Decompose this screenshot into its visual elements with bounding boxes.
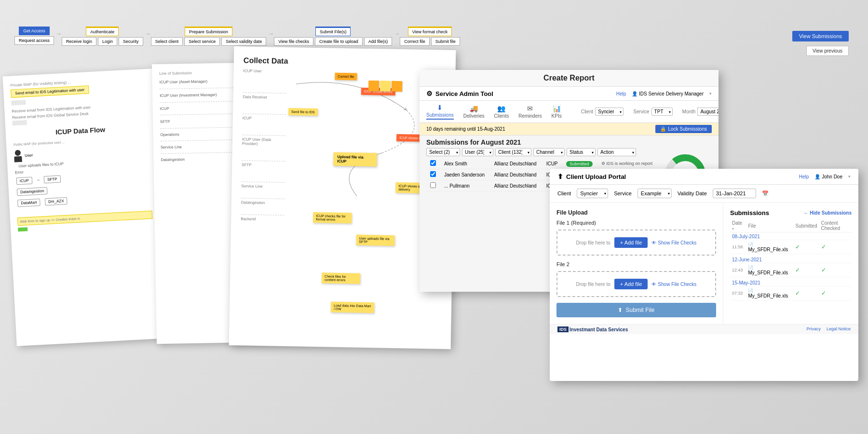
deliveries-icon: 🚚 [470,105,478,112]
client-select-wrapper[interactable]: Syncier [595,108,624,116]
add-file1-button[interactable]: + Add file [614,237,648,248]
row1-status-badge: Submitted [566,161,593,167]
step4-sub1: View file checks [274,37,313,46]
sub-row: 15-May-2021 [730,277,852,286]
process-step-2: Authenticate Receive login Login Securit… [62,27,143,47]
view-submissions-button[interactable]: View Submissions [792,31,849,41]
sat-nav-submissions[interactable]: ⬇ Submissions [426,104,454,120]
status-filter[interactable]: Status [567,148,596,156]
row1-checkbox[interactable] [430,160,436,166]
file1-drop-zone[interactable]: Drop file here to + Add file 👁 Show File… [556,230,716,256]
lane-service: Service Line [241,181,285,189]
client-filter-label: Client [581,109,594,114]
sat-help-link[interactable]: Help [616,91,626,96]
web-form-note: Web form to sign up => Creates ticket in [17,211,153,226]
row3-client: Allianz Deutschland [490,180,542,191]
lane-backend: Backend [241,214,284,222]
row3-user: ... Pullmann [440,180,490,191]
select-filter[interactable]: Select (2) [426,148,460,156]
user-filter[interactable]: User (25) [462,148,493,156]
service-select-wrapper[interactable]: TPT [651,108,673,116]
sub-date-group-2: 12-June-2021 [730,254,852,263]
view-previous-button[interactable]: View previous [806,46,849,56]
submit-file-button[interactable]: ⬆ Submit File [556,303,716,317]
row2-checkbox-cell[interactable] [426,169,440,180]
client-table-filter-wrapper[interactable]: Client (132) [495,148,531,156]
dataingest-node: DataIngestion [17,187,48,196]
file2-label: File 2 [556,261,716,267]
select-filter-wrapper[interactable]: Select (2) [426,148,460,156]
row1-client: Allianz Deutschland [490,158,542,169]
sat-nav-reminders-label: Reminders [518,113,542,119]
mid-role-5-label: Operations [160,132,218,137]
step5-main: View format check [408,27,452,36]
channel-filter-wrapper[interactable]: Channel [533,148,565,156]
file1-label: File 1 (Required) [556,220,716,226]
row1-action-btn[interactable]: ⚙ IDS is working on report [601,161,652,166]
sub-col-date[interactable]: Date ▾ [730,219,746,232]
cup-header-right: Help 👤 John Doe ▾ [799,174,851,179]
action-filter[interactable]: Action [597,148,636,156]
client-select[interactable]: Syncier [595,108,624,116]
mid-role-4-label: SFTP [160,119,218,124]
sticky-correct-file: Correct file [335,73,357,81]
sat-nav-reminders[interactable]: ✉ Reminders [518,105,542,119]
cup-service-select[interactable]: Example [637,189,672,198]
legal-link[interactable]: Legal Notice [827,326,851,332]
lane-icup-user: ICUP User [243,68,286,74]
sat-nav-deliveries[interactable]: 🚚 Deliveries [463,105,485,119]
cup-service-select-wrapper[interactable]: Example [637,189,672,198]
remaining-text: 10 days remaining until 15-Aug-2021 [426,126,505,132]
validity-calendar-icon[interactable]: 📅 [762,190,769,197]
process-flow-strip: Get Access Request access → Authenticate… [14,27,854,47]
status-filter-wrapper[interactable]: Status [567,148,596,156]
cup-client-label: Client [557,190,571,196]
eye-icon-2: 👁 [651,282,656,287]
channel-filter[interactable]: Channel [533,148,565,156]
sub-time-1: 11:56 [730,240,746,254]
validity-date-input[interactable] [713,189,756,198]
action-filter-wrapper[interactable]: Action [597,148,636,156]
step2-sub3: Security [119,37,143,46]
sub-row: 07:32 📄 My_SFDR_File.xls ✓ ✓ [730,286,852,300]
show-checks2-link[interactable]: 👁 Show File Checks [651,282,696,287]
small-sticky-1 [368,81,379,91]
step4-sub2: Create file to upload [315,37,363,46]
show-checks1-link[interactable]: 👁 Show File Checks [651,240,696,245]
cup-help-link[interactable]: Help [799,174,809,179]
client-table-filter[interactable]: Client (132) [495,148,531,156]
mid-role-2-label: ICUP User (Investment Manager) [160,93,217,98]
row1-checkbox-cell[interactable] [426,158,440,169]
sat-nav-deliveries-label: Deliveries [463,113,485,119]
privacy-link[interactable]: Privacy [806,326,821,332]
row1-action[interactable]: ⚙ IDS is working on report [597,158,659,169]
row2-checkbox[interactable] [430,171,436,177]
lane-icup-data-provider: ICUP User (Data Provider) [242,135,285,147]
file-upload-section: File Upload File 1 (Required) Drop file … [550,203,723,324]
sub-col-submitted: Submitted [793,219,819,232]
hide-submissions-link[interactable]: ← Hide Submissions [804,210,852,216]
file2-drop-zone[interactable]: Drop file here to + Add file 👁 Show File… [556,271,716,297]
sat-nav-kpis[interactable]: 📊 KPIs [552,105,562,119]
row3-checkbox[interactable] [430,182,436,188]
lane-sftp: SFTP [242,160,285,168]
month-input[interactable] [697,108,719,116]
add-file2-button[interactable]: + Add file [614,279,648,289]
sub-file-1: 📄 My_SFDR_File.xls [746,240,793,254]
service-select[interactable]: TPT [651,108,673,116]
cup-client-select[interactable]: Syncier [577,189,608,198]
lock-submissions-button[interactable]: 🔒 Lock Submissions [655,125,712,133]
cup-user-label: 👤 John Doe [814,174,842,179]
ids-full-name: Investmant Data Services [570,327,628,332]
user-filter-wrapper[interactable]: User (25) [462,148,493,156]
row3-checkbox-cell[interactable] [426,180,440,191]
step3-sub1: Select client [151,37,183,46]
kpis-icon: 📊 [553,105,561,112]
cup-body: File Upload File 1 (Required) Drop file … [550,203,858,324]
placeholder-bar2 [12,120,27,126]
cup-client-select-wrapper[interactable]: Syncier [577,189,608,198]
sat-nav-clients[interactable]: 👥 Clients [494,105,509,119]
sat-user-chevron[interactable]: ▾ [709,91,712,96]
cup-user-chevron[interactable]: ▾ [848,174,851,179]
sub-submitted-2: ✓ [793,263,819,277]
